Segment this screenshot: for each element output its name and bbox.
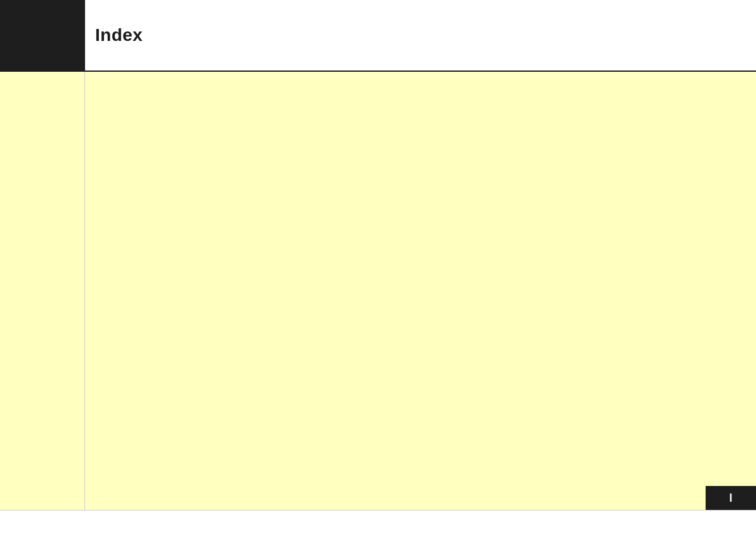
corner-badge: I <box>706 486 756 510</box>
page-title: Index <box>95 25 143 45</box>
sidebar <box>0 72 85 510</box>
header-row: Index <box>0 0 756 72</box>
main-content: I <box>85 72 756 510</box>
corner-badge-text: I <box>729 492 732 505</box>
header-logo-block <box>0 0 85 72</box>
header-title-block: Index <box>85 0 756 71</box>
page-wrapper: Index I <box>0 0 756 542</box>
footer-row <box>0 511 756 542</box>
content-row: I <box>0 72 756 511</box>
